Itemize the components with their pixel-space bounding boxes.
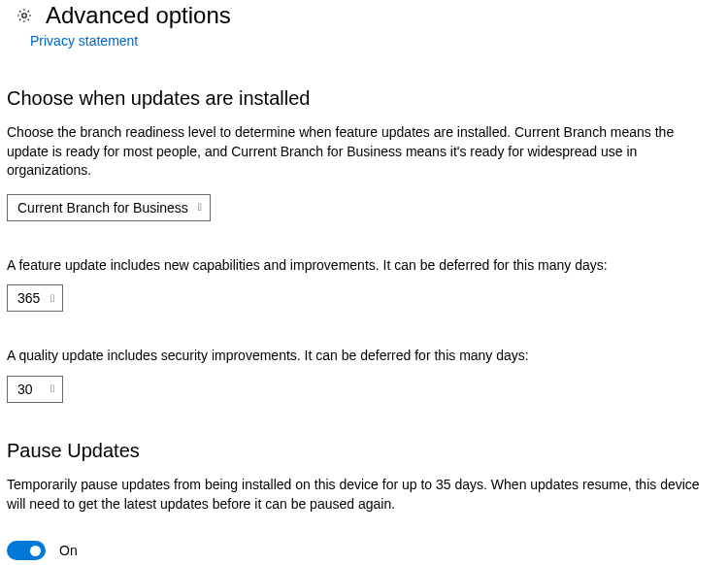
quality-update-label: A quality update includes security impro… <box>7 347 706 366</box>
quality-update-days-value: 30 <box>17 382 33 397</box>
branch-dropdown-value: Current Branch for Business <box>17 200 188 216</box>
svg-point-0 <box>22 14 27 18</box>
pause-toggle-row: On <box>7 541 721 560</box>
branch-description: Choose the branch readiness level to det… <box>7 123 706 181</box>
feature-update-label: A feature update includes new capabiliti… <box>7 256 706 276</box>
pause-toggle-label: On <box>59 543 78 558</box>
page-header: Advanced options <box>15 2 721 29</box>
feature-update-days-value: 365 <box>17 290 40 306</box>
branch-readiness-dropdown[interactable]: Current Branch for Business  <box>7 194 211 221</box>
pause-updates-toggle[interactable] <box>7 541 46 560</box>
chevron-down-icon:  <box>198 202 202 213</box>
page-title: Advanced options <box>46 2 231 29</box>
gear-icon <box>15 6 34 25</box>
chevron-down-icon:  <box>50 293 54 304</box>
toggle-knob <box>30 546 41 556</box>
privacy-statement-link[interactable]: Privacy statement <box>30 33 138 49</box>
section-heading-install: Choose when updates are installed <box>7 87 721 110</box>
section-heading-pause: Pause Updates <box>7 440 721 462</box>
chevron-down-icon:  <box>50 383 54 394</box>
quality-update-days-dropdown[interactable]: 30  <box>7 376 63 403</box>
feature-update-days-dropdown[interactable]: 365  <box>7 284 63 312</box>
pause-description: Temporarily pause updates from being ins… <box>7 476 706 514</box>
